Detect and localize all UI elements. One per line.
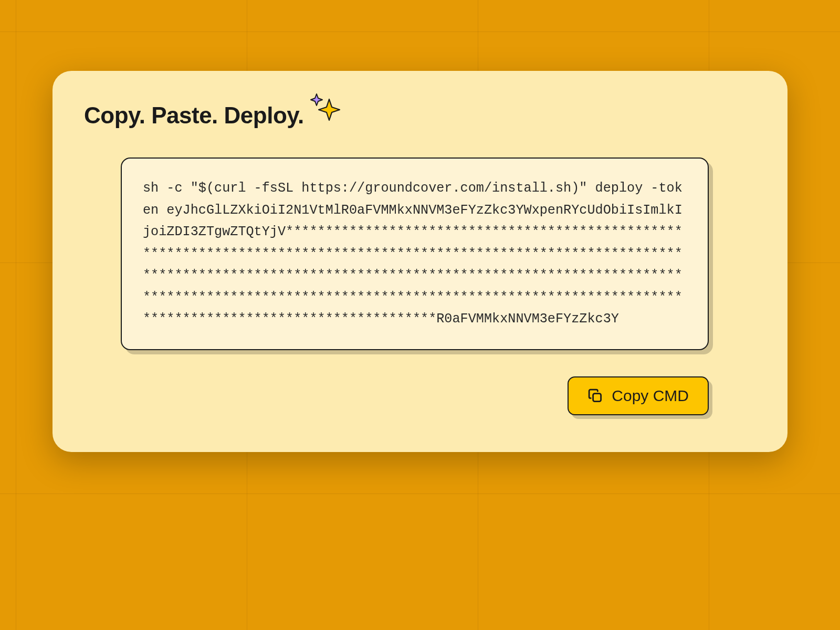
- page-title: Copy. Paste. Deploy.: [84, 102, 304, 129]
- command-code-block: sh -c "$(curl -fsSL https://groundcover.…: [121, 158, 709, 350]
- copy-button-label: Copy CMD: [612, 387, 689, 405]
- command-text: sh -c "$(curl -fsSL https://groundcover.…: [143, 177, 687, 330]
- copy-icon: [587, 388, 603, 404]
- deploy-card: Copy. Paste. Deploy. sh -c "$(curl -fsSL…: [52, 71, 788, 452]
- card-header: Copy. Paste. Deploy.: [84, 102, 756, 129]
- copy-command-button[interactable]: Copy CMD: [568, 376, 709, 415]
- sparkles-icon: [309, 92, 346, 123]
- actions-row: Copy CMD: [84, 376, 709, 415]
- svg-rect-0: [593, 394, 601, 402]
